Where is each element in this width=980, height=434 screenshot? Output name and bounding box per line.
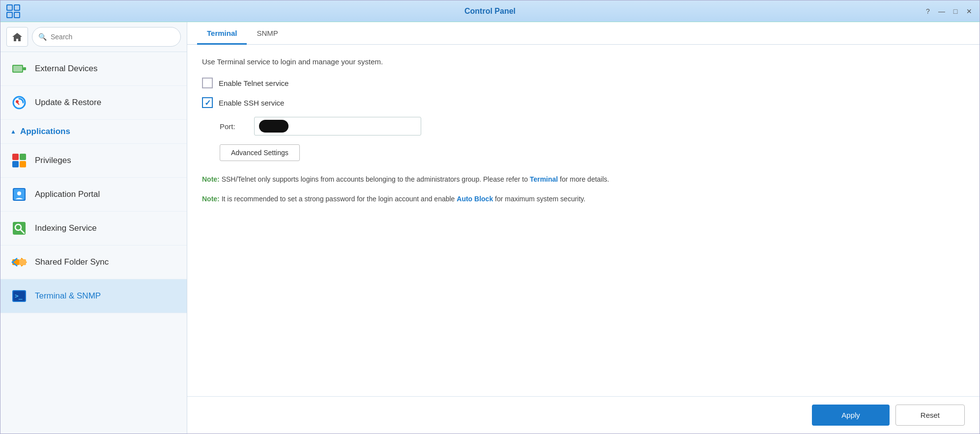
svg-rect-7 [15,13,19,17]
sidebar-item-label-external-devices: External Devices [35,64,98,74]
sidebar-top: 🔍 [0,22,187,52]
indexing-service-icon [10,219,28,237]
note1-text2: for more details. [560,175,609,183]
note2-text: It is recommended to set a strong passwo… [222,195,457,203]
reset-button[interactable]: Reset [895,405,965,426]
sidebar-section-applications[interactable]: ▲ Applications [0,120,187,144]
note2-label: Note: [202,195,220,203]
applications-section-label: Applications [20,127,70,136]
enable-telnet-label: Enable Telnet service [219,79,288,87]
svg-text:>_: >_ [15,292,23,300]
titlebar: Control Panel ? — □ ✕ [0,0,980,22]
terminal-snmp-icon: >_ [10,287,28,305]
note1-text: SSH/Telnet only supports logins from acc… [222,175,530,183]
sidebar-item-terminal-snmp[interactable]: >_ Terminal & SNMP [0,279,187,313]
search-box[interactable]: 🔍 [32,27,181,47]
sidebar-item-update-restore[interactable]: Update & Restore [0,86,187,120]
close-button[interactable]: ✕ [965,7,974,16]
window-controls: ? — □ ✕ [923,7,974,16]
advanced-settings-button[interactable]: Advanced Settings [220,144,300,161]
enable-ssh-checkbox[interactable] [202,97,213,108]
control-panel-window: Control Panel ? — □ ✕ 🔍 [0,0,980,434]
app-logo [5,3,21,19]
svg-rect-4 [7,5,12,10]
svg-rect-20 [19,259,26,265]
apply-button[interactable]: Apply [812,405,890,426]
telnet-row: Enable Telnet service [202,78,965,88]
port-value-mask [259,120,288,133]
enable-ssh-label: Enable SSH service [219,99,284,107]
port-row: Port: [220,117,965,136]
content-body: Use Terminal service to login and manage… [187,45,980,396]
sidebar-item-privileges[interactable]: Privileges [0,144,187,178]
sidebar: 🔍 External Devices [0,22,187,434]
tab-snmp[interactable]: SNMP [247,22,288,45]
shared-folder-sync-icon [10,253,28,271]
note1-label: Note: [202,175,220,183]
advanced-settings-wrapper: Advanced Settings [202,144,965,174]
enable-telnet-checkbox-wrapper[interactable]: Enable Telnet service [202,78,288,88]
svg-rect-6 [7,13,12,17]
minimize-button[interactable]: — [937,7,946,16]
sidebar-item-label-update-restore: Update & Restore [35,98,101,108]
sidebar-item-label-shared-folder-sync: Shared Folder Sync [35,257,109,267]
privileges-icon [10,152,28,169]
section-arrow-icon: ▲ [10,128,16,135]
update-restore-icon [10,94,28,111]
sidebar-item-indexing-service[interactable]: Indexing Service [0,212,187,245]
note2-block: Note: It is recommended to set a strong … [202,193,965,204]
terminal-link[interactable]: Terminal [530,175,558,183]
content-area: Terminal SNMP Use Terminal service to lo… [187,22,980,434]
enable-ssh-checkbox-wrapper[interactable]: Enable SSH service [202,97,284,108]
svg-rect-10 [23,67,26,70]
sidebar-item-shared-folder-sync[interactable]: Shared Folder Sync [0,245,187,279]
external-devices-icon [10,60,28,78]
tab-terminal[interactable]: Terminal [197,22,247,45]
application-portal-icon [10,186,28,203]
note1-block: Note: SSH/Telnet only supports logins fr… [202,174,965,185]
svg-rect-5 [15,5,19,10]
sidebar-item-label-indexing-service: Indexing Service [35,223,97,233]
description-text: Use Terminal service to login and manage… [202,57,965,66]
port-label: Port: [220,122,244,131]
search-input[interactable] [51,33,174,41]
sidebar-item-label-application-portal: Application Portal [35,190,100,199]
svg-rect-9 [13,66,22,72]
sidebar-item-label-privileges: Privileges [35,156,71,165]
tabs-bar: Terminal SNMP [187,22,980,45]
note2-text2: for maximum system security. [495,195,585,203]
maximize-button[interactable]: □ [951,7,960,16]
main-area: 🔍 External Devices [0,22,980,434]
footer: Apply Reset [187,397,980,434]
ssh-row: Enable SSH service [202,97,965,108]
help-button[interactable]: ? [923,7,932,16]
sidebar-item-label-terminal-snmp: Terminal & SNMP [35,291,101,301]
auto-block-link[interactable]: Auto Block [457,195,493,203]
sidebar-item-external-devices[interactable]: External Devices [0,52,187,86]
svg-point-15 [17,191,21,195]
search-icon: 🔍 [38,33,47,41]
sidebar-item-application-portal[interactable]: Application Portal [0,178,187,212]
enable-telnet-checkbox[interactable] [202,78,213,88]
window-title: Control Panel [464,7,516,16]
home-button[interactable] [6,27,28,47]
